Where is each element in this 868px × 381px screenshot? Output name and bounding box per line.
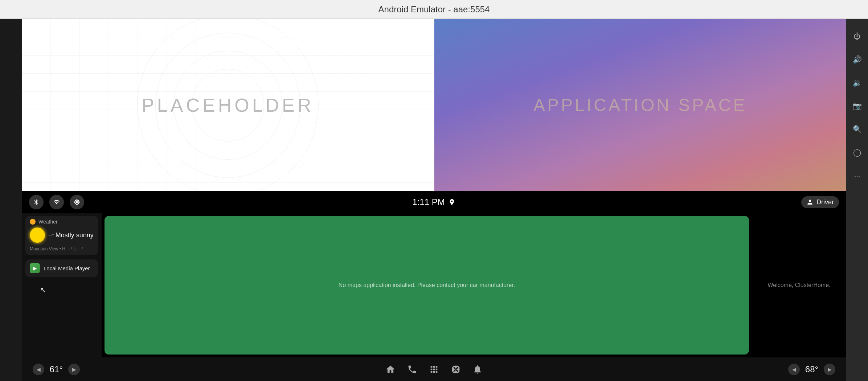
welcome-message: Welcome, ClusterHome. xyxy=(767,282,830,288)
left-temp-increase[interactable]: ▶ xyxy=(68,364,80,375)
location-icon xyxy=(449,198,456,206)
right-info: Welcome, ClusterHome. xyxy=(752,213,846,357)
home-nav-icon[interactable] xyxy=(385,364,396,374)
zoom-icon[interactable]: 🔍 xyxy=(851,123,864,136)
cursor-area: ↖ xyxy=(22,278,102,300)
phone-nav-icon[interactable] xyxy=(407,364,417,374)
driver-button[interactable]: Driver xyxy=(801,196,839,208)
weather-title: Weather xyxy=(38,219,58,225)
right-temp-group: ◀ 68° ▶ xyxy=(788,364,835,375)
media-card[interactable]: ▶ Local Media Player xyxy=(25,259,98,277)
map-area: No maps application installed. Please co… xyxy=(105,216,749,355)
right-panel-text: APPLICATION SPACE xyxy=(533,95,747,115)
camera-icon[interactable]: 📷 xyxy=(851,99,864,112)
left-panel: PLACEHOLDER xyxy=(22,19,434,191)
right-temp-value: 68° xyxy=(803,364,821,374)
left-temp-group: ◀ 61° ▶ xyxy=(33,364,80,375)
volume-up-icon[interactable]: 🔊 xyxy=(851,53,864,66)
notification-panel: Weather --° Mostly sunny Mountain View •… xyxy=(22,213,102,357)
driver-label: Driver xyxy=(816,198,834,206)
side-controls: ⏻ 🔊 🔉 📷 🔍 ◯ ··· xyxy=(846,19,868,381)
weather-content: --° Mostly sunny xyxy=(25,226,98,246)
bottom-area: Weather --° Mostly sunny Mountain View •… xyxy=(22,213,846,357)
bell-nav-icon[interactable] xyxy=(472,364,483,374)
weather-condition: --° Mostly sunny xyxy=(49,232,94,239)
sun-icon xyxy=(30,228,45,243)
nav-center-icons xyxy=(385,364,483,374)
status-center: 1:11 PM xyxy=(412,197,455,207)
power-icon[interactable]: ⏻ xyxy=(851,30,864,43)
right-temp-increase[interactable]: ▶ xyxy=(824,364,835,375)
status-bar: 1:11 PM Driver xyxy=(22,191,846,213)
status-right: Driver xyxy=(801,196,839,208)
more-icon[interactable]: ··· xyxy=(851,169,864,182)
right-panel: APPLICATION SPACE xyxy=(434,19,847,191)
cursor: ↖ xyxy=(40,286,46,294)
radio-icon[interactable]: ◯ xyxy=(851,146,864,159)
status-left xyxy=(29,195,84,209)
top-screen: PLACEHOLDER APPLICATION SPACE xyxy=(22,19,846,191)
right-temp-decrease[interactable]: ◀ xyxy=(788,364,800,375)
bluetooth-icon[interactable] xyxy=(29,195,44,209)
title-bar: Android Emulator - aae:5554 xyxy=(0,0,868,19)
media-label: Local Media Player xyxy=(44,265,90,271)
fan-nav-icon[interactable] xyxy=(451,364,461,374)
weather-location: Mountain View • H: --° L: --° xyxy=(25,246,98,255)
apps-nav-icon[interactable] xyxy=(429,364,439,374)
weather-header-icon xyxy=(30,219,36,225)
emulator-area: PLACEHOLDER APPLICATION SPACE xyxy=(22,19,846,381)
left-temp-decrease[interactable]: ◀ xyxy=(33,364,44,375)
left-panel-text: PLACEHOLDER xyxy=(142,94,314,116)
weather-card-header: Weather xyxy=(25,216,98,226)
media-icon: ▶ xyxy=(30,263,40,273)
map-message: No maps application installed. Please co… xyxy=(339,282,515,288)
title-label: Android Emulator - aae:5554 xyxy=(378,4,490,15)
bottom-nav: ◀ 61° ▶ xyxy=(22,357,846,381)
left-temp-value: 61° xyxy=(47,364,65,374)
clock: 1:11 PM xyxy=(412,197,445,207)
brightness-icon[interactable] xyxy=(70,195,84,209)
volume-down-icon[interactable]: 🔉 xyxy=(851,76,864,89)
wifi-icon[interactable] xyxy=(49,195,64,209)
person-icon xyxy=(806,198,814,206)
weather-card[interactable]: Weather --° Mostly sunny Mountain View •… xyxy=(25,216,98,255)
